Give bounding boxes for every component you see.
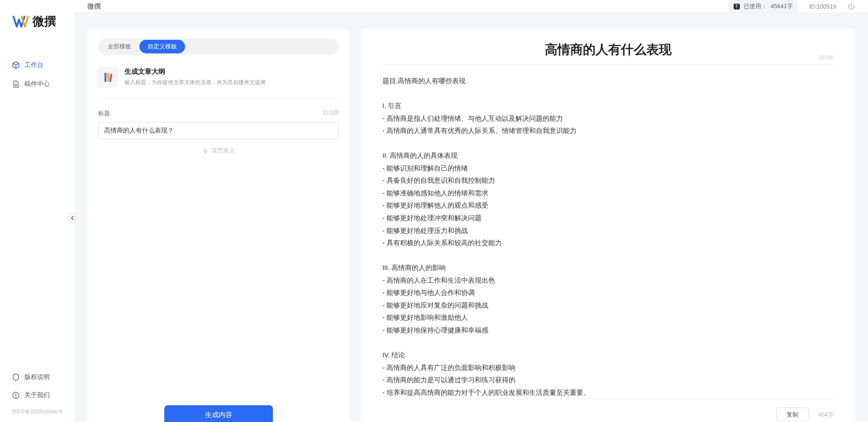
voice-label: 请空录入 — [211, 147, 235, 155]
sidebar-item-label: 版权说明 — [24, 373, 50, 381]
collapse-handle[interactable] — [69, 213, 76, 223]
sidebar-item-workbench[interactable]: 工作台 — [5, 57, 69, 74]
template-desc: 输入标题，为你提供文章主体的灵感，并为其创建推文提纲 — [124, 79, 266, 86]
logo-text: 微撰 — [33, 14, 56, 29]
svg-rect-3 — [105, 73, 106, 82]
usage-pill[interactable]: T 已使用： 45641字 — [728, 0, 798, 13]
shield-icon — [12, 373, 20, 381]
doc-title[interactable]: 高情商的人有什么表现 — [382, 41, 834, 58]
sidebar-item-label: 工作台 — [24, 61, 43, 69]
icp-text: 鄂ICP备2022016946号 — [5, 405, 69, 415]
generate-button[interactable]: 生成内容 — [164, 405, 273, 422]
doc-title-count: 10/100 — [818, 55, 834, 60]
logo-icon — [13, 15, 29, 28]
page-title: 微撰 — [87, 2, 101, 11]
usage-value: 45641字 — [771, 2, 793, 10]
field-count: 11/100 — [322, 109, 339, 118]
sidebar-item-about[interactable]: 关于我们 — [5, 387, 69, 404]
template-card: 生成文章大纲 输入标题，为你提供文章主体的灵感，并为其创建推文提纲 — [98, 64, 339, 99]
voice-input[interactable]: 请空录入 — [98, 139, 339, 162]
template-title: 生成文章大纲 — [124, 67, 266, 76]
sidebar-item-label: 稿件中心 — [24, 80, 50, 88]
title-input[interactable] — [98, 122, 339, 139]
usage-label: 已使用： — [744, 2, 767, 10]
char-count: 404字 — [818, 411, 834, 419]
tab-custom-template[interactable]: 自定义模板 — [139, 40, 185, 53]
template-icon — [98, 67, 118, 87]
topbar: 微撰 T 已使用： 45641字 ID:100519 — [75, 0, 868, 13]
copy-button[interactable]: 复制 — [776, 408, 809, 422]
svg-point-2 — [16, 394, 16, 394]
sidebar-item-label: 关于我们 — [24, 391, 50, 399]
info-icon — [12, 391, 20, 399]
sidebar: 微撰 工作台 稿件中心 版权说明 — [0, 0, 75, 422]
doc-body[interactable]: 题目:高情商的人有哪些表现 I. 引言 - 高情商是指人们处理情绪、与他人互动以… — [382, 75, 834, 399]
power-icon[interactable] — [847, 2, 855, 10]
chevron-left-icon — [71, 216, 74, 220]
mic-icon — [202, 147, 209, 154]
logo[interactable]: 微撰 — [0, 14, 75, 29]
output-panel: 高情商的人有什么表现 10/100 题目:高情商的人有哪些表现 I. 引言 - … — [361, 28, 855, 422]
sidebar-footer: 版权说明 关于我们 鄂ICP备2022016946号 — [0, 369, 75, 415]
cube-icon — [12, 61, 20, 69]
tab-all-templates[interactable]: 全部模板 — [100, 40, 139, 53]
svg-rect-4 — [107, 73, 109, 82]
svg-rect-6 — [205, 148, 206, 152]
sidebar-item-copyright[interactable]: 版权说明 — [5, 369, 69, 386]
usage-badge: T — [734, 4, 740, 9]
tabs: 全部模板 自定义模板 — [98, 38, 339, 55]
user-id: ID:100519 — [809, 3, 836, 10]
sidebar-item-drafts[interactable]: 稿件中心 — [5, 76, 69, 93]
svg-rect-5 — [110, 74, 112, 82]
template-panel: 全部模板 自定义模板 生成文章大纲 输入标题，为你提供文章主体的灵感，并为其创建… — [87, 28, 350, 422]
nav: 工作台 稿件中心 — [0, 57, 75, 93]
doc-icon — [12, 80, 20, 88]
field-label: 标题 — [98, 109, 110, 118]
